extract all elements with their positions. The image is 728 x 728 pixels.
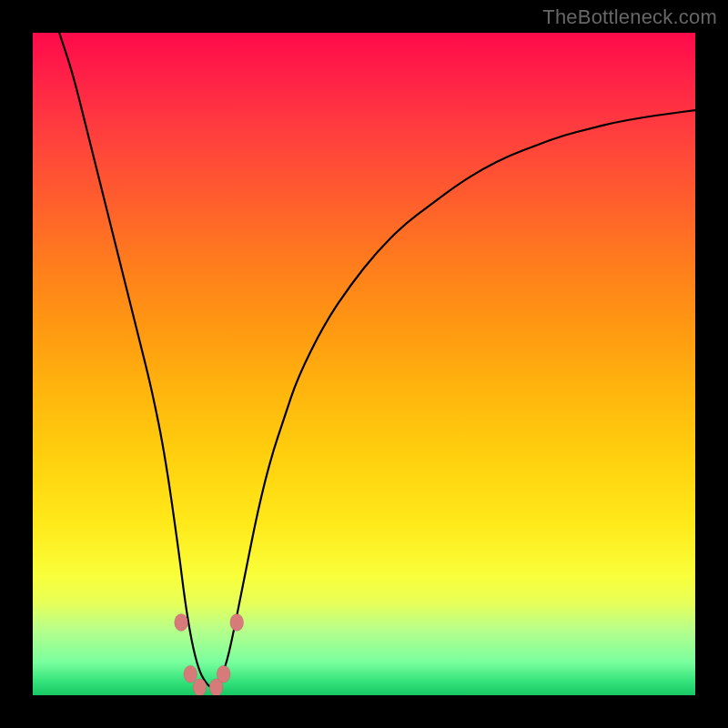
curve-path [59, 33, 695, 687]
curve-dots [175, 613, 244, 695]
watermark-text: TheBottleneck.com [542, 5, 717, 29]
curve-dot [193, 679, 207, 695]
curve-dot [184, 665, 197, 682]
curve-dot [217, 665, 230, 682]
chart-frame: TheBottleneck.com [0, 0, 728, 728]
curve-dot [230, 613, 244, 631]
curve-dot [175, 613, 188, 631]
plot-area [33, 33, 695, 695]
bottleneck-curve [33, 33, 695, 695]
